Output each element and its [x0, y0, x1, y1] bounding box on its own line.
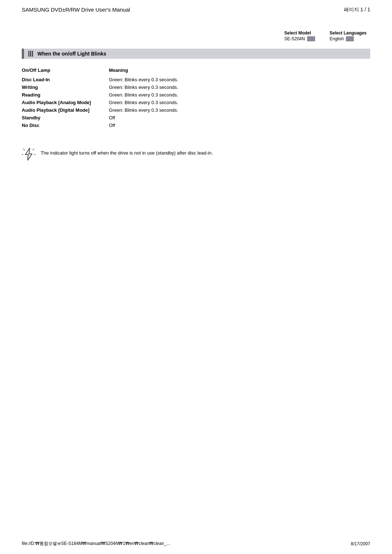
- select-languages-group: Select Languages English: [330, 30, 367, 41]
- note-text: The indicator light turns off when the d…: [41, 147, 213, 156]
- section-header-bars: [28, 51, 33, 57]
- note-icon: [22, 147, 36, 161]
- meaning-cell: Off: [109, 122, 370, 129]
- select-languages-label: Select Languages: [330, 30, 367, 36]
- svg-marker-0: [25, 148, 32, 160]
- lamp-cell: Reading: [22, 91, 109, 99]
- page-footer: file://D:₩통합모델₩SE-S184M₩manual₩S204N₩1₩e…: [22, 541, 370, 547]
- svg-line-2: [33, 149, 34, 150]
- meaning-cell: Green: Blinks every 0.3 seconds.: [109, 99, 370, 106]
- page-header: SAMSUNG DVD±R/RW Drive User's Manual 페이지…: [22, 7, 370, 16]
- meaning-cell: Green: Blinks every 0.3 seconds.: [109, 83, 370, 91]
- lamp-cell: No Disc: [22, 122, 109, 129]
- select-model-label: Select Model: [284, 30, 311, 36]
- meaning-cell: Off: [109, 114, 370, 122]
- section-header: When the on/off Light Blinks: [22, 49, 370, 59]
- page-container: SAMSUNG DVD±R/RW Drive User's Manual 페이지…: [0, 0, 392, 554]
- select-model-value-row[interactable]: SE-S204N: [284, 36, 315, 41]
- section-header-bar-1: [28, 51, 29, 57]
- note-section: The indicator light turns off when the d…: [22, 147, 370, 161]
- table-row: ReadingGreen: Blinks every 0.3 seconds.: [22, 91, 370, 99]
- note-svg-icon: [22, 147, 36, 161]
- select-model-value: SE-S204N: [284, 36, 305, 41]
- select-languages-value: English: [330, 36, 344, 41]
- table-row: WritingGreen: Blinks every 0.3 seconds.: [22, 83, 370, 91]
- footer-path: file://D:₩통합모델₩SE-S184M₩manual₩S204N₩1₩e…: [22, 541, 170, 547]
- lamp-cell: Writing: [22, 83, 109, 91]
- section-title: When the on/off Light Blinks: [37, 51, 106, 57]
- table-row: Disc Lead-InGreen: Blinks every 0.3 seco…: [22, 76, 370, 83]
- lamp-cell: Audio Playback [Digital Mode]: [22, 106, 109, 114]
- footer-date: 8/17/2007: [351, 541, 370, 546]
- meaning-cell: Green: Blinks every 0.3 seconds.: [109, 76, 370, 83]
- col2-header: Meaning: [109, 66, 370, 76]
- table-header-row: On/Off Lamp Meaning: [22, 66, 370, 76]
- meaning-cell: Green: Blinks every 0.3 seconds.: [109, 106, 370, 114]
- table-row: Audio Playback [Digital Mode]Green: Blin…: [22, 106, 370, 114]
- select-languages-dropdown-icon[interactable]: [346, 36, 354, 41]
- section-header-bar-2: [30, 51, 31, 57]
- svg-line-1: [23, 149, 25, 150]
- page-title: SAMSUNG DVD±R/RW Drive User's Manual: [22, 7, 130, 13]
- meaning-cell: Green: Blinks every 0.3 seconds.: [109, 91, 370, 99]
- select-languages-value-row[interactable]: English: [330, 36, 354, 41]
- lamp-cell: Audio Playback [Analog Mode]: [22, 99, 109, 106]
- table-row: StandbyOff: [22, 114, 370, 122]
- col1-header: On/Off Lamp: [22, 66, 109, 76]
- content-table: On/Off Lamp Meaning Disc Lead-InGreen: B…: [22, 66, 370, 129]
- table-row: Audio Playback [Analog Mode]Green: Blink…: [22, 99, 370, 106]
- lamp-cell: Standby: [22, 114, 109, 122]
- table-body: Disc Lead-InGreen: Blinks every 0.3 seco…: [22, 76, 370, 129]
- controls-bar: Select Model SE-S204N Select Languages E…: [22, 30, 370, 41]
- table-row: No DiscOff: [22, 122, 370, 129]
- lamp-cell: Disc Lead-In: [22, 76, 109, 83]
- section-header-bar-3: [32, 51, 33, 57]
- select-model-group: Select Model SE-S204N: [284, 30, 315, 41]
- select-model-dropdown-icon[interactable]: [307, 36, 315, 41]
- page-info: 페이지 1 / 1: [344, 7, 370, 13]
